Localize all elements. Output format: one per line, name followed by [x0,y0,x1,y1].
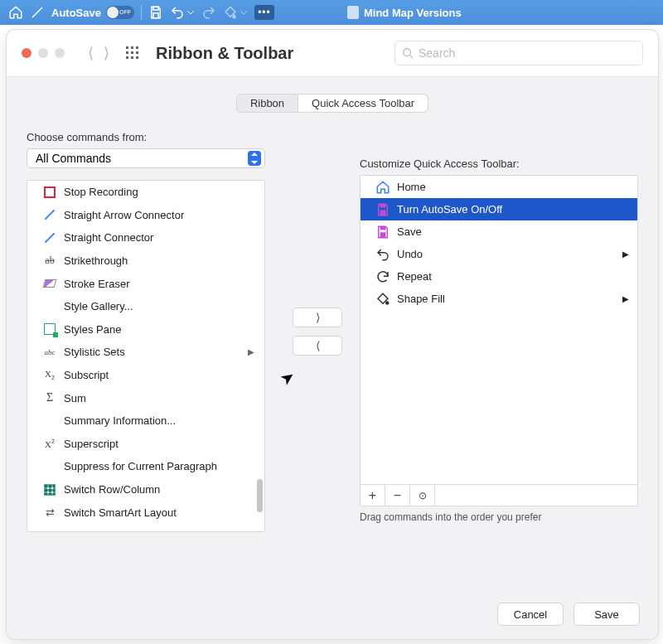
qat-listbox[interactable]: HomeTurn AutoSave On/OffSaveUndo▶RepeatS… [360,175,638,506]
line-icon [42,207,57,222]
sigma-icon: Σ [42,390,57,405]
redo-icon[interactable] [201,5,216,20]
tab-ribbon[interactable]: Ribbon [237,94,298,112]
svg-point-12 [404,49,411,56]
save-purple-icon [375,202,390,217]
save-icon[interactable] [148,5,163,20]
blank-icon [42,414,57,429]
preferences-window: ⟨ ⟩ Ribbon & Toolbar Search Ribbon Quick… [7,30,658,639]
title-bar: AutoSave OFF ••• Mind Map Versions [0,0,663,25]
minimize-icon[interactable] [38,48,48,58]
line-icon [42,230,57,245]
fill-icon [375,292,390,307]
search-input[interactable]: Search [394,41,643,65]
list-item[interactable]: Suppress for Current Paragraph [27,455,264,478]
list-item[interactable]: Home [361,176,637,198]
sheet-body: Ribbon Quick Access Toolbar Choose comma… [7,76,658,639]
scrollbar-thumb[interactable] [257,479,263,512]
qat-column: Customize Quick Access Toolbar: HomeTurn… [360,131,638,532]
sub-icon: X2 [42,368,57,383]
remove-button[interactable]: − [385,485,410,506]
svg-line-0 [32,7,42,17]
list-item[interactable]: Stroke Eraser [27,272,264,295]
forward-button[interactable]: ⟩ [104,44,109,62]
autosave-toggle[interactable]: AutoSave OFF [51,6,134,19]
separator [141,5,142,20]
strike-icon: ab [42,254,57,269]
tab-selector[interactable]: Ribbon Quick Access Toolbar [236,94,428,113]
svg-rect-8 [136,51,138,54]
undo-icon[interactable] [170,5,185,20]
document-title: Mind Map Versions [347,6,462,19]
window-controls[interactable] [22,48,65,58]
list-item[interactable]: Straight Arrow Connector [27,204,264,227]
svg-rect-16 [380,232,385,237]
zoom-icon[interactable] [55,48,65,58]
commands-listbox[interactable]: Stop RecordingStraight Arrow ConnectorSt… [27,180,265,532]
blank-icon [42,459,57,474]
undo-dropdown-icon[interactable] [186,5,195,20]
list-item[interactable]: Turn AutoSave On/Off [361,198,637,220]
sup-icon: X2 [42,436,57,451]
list-item[interactable]: abStrikethrough [27,249,264,273]
abc-icon: abc [42,345,57,360]
chevron-right-icon: ▶ [622,294,629,303]
list-item[interactable]: ⇄Switch SmartArt Layout [27,501,264,524]
remove-command-button[interactable]: ⟨ [293,336,342,356]
list-item[interactable]: Styles Pane [27,318,264,341]
list-item[interactable]: ΣSum [27,386,264,409]
repeat-icon [375,269,390,284]
line-tool-icon[interactable] [30,5,45,20]
add-button[interactable]: + [361,485,385,506]
svg-rect-5 [136,46,138,49]
home-icon[interactable] [8,5,23,20]
options-button[interactable]: ⊙ [410,485,435,506]
customize-qat-label: Customize Quick Access Toolbar: [360,157,638,170]
overflow-icon[interactable]: ••• [254,5,274,20]
svg-rect-4 [131,46,133,49]
choose-commands-label: Choose commands from: [27,131,275,143]
close-icon[interactable] [22,48,31,58]
cancel-button[interactable]: Cancel [497,603,564,626]
stylespane-icon [42,322,57,337]
shape-fill-dropdown-icon[interactable] [240,5,248,20]
chevron-right-icon: ▶ [622,249,629,259]
eraser-icon [42,276,57,291]
drag-hint: Drag commands into the order you prefer [360,511,638,523]
list-item[interactable]: Undo▶ [361,243,637,265]
svg-rect-3 [126,46,128,49]
list-item[interactable]: X2Subscript [27,364,264,387]
save-button[interactable]: Save [573,603,640,626]
list-item[interactable]: Straight Connector [27,226,264,249]
svg-point-18 [386,302,389,304]
back-button[interactable]: ⟨ [88,44,94,62]
svg-rect-15 [380,204,385,207]
list-item[interactable]: abcStylistic Sets▶ [27,341,264,364]
svg-rect-11 [136,56,138,59]
home-icon [375,180,390,195]
footer-buttons: Cancel Save [497,603,640,626]
list-item[interactable]: Save [361,220,637,243]
gridblue-icon [42,482,57,497]
list-item[interactable]: Style Gallery... [27,295,264,318]
tab-quick-access-toolbar[interactable]: Quick Access Toolbar [298,94,428,112]
autosave-label: AutoSave [51,7,101,19]
square-icon [42,185,57,200]
list-item[interactable]: Summary Information... [27,409,264,433]
command-group-select[interactable]: All Commands [27,148,265,168]
add-command-button[interactable]: ⟩ [293,307,342,327]
svg-rect-9 [126,56,128,59]
svg-rect-7 [131,51,133,54]
list-item[interactable]: Switch Row/Column [27,478,264,501]
move-buttons-column: ⟩ ⟨ [275,131,360,532]
window-toolbar: ⟨ ⟩ Ribbon & Toolbar Search [7,30,658,76]
list-item[interactable]: Repeat [361,265,637,288]
list-item[interactable]: Shape Fill▶ [361,288,637,310]
svg-rect-6 [126,51,128,54]
list-item[interactable]: X2Superscript [27,433,264,456]
show-all-button[interactable] [123,43,143,63]
svg-rect-17 [380,226,385,230]
shape-fill-icon[interactable] [223,5,238,20]
page-title: Ribbon & Toolbar [156,44,293,63]
list-item[interactable]: Stop Recording [27,181,264,204]
